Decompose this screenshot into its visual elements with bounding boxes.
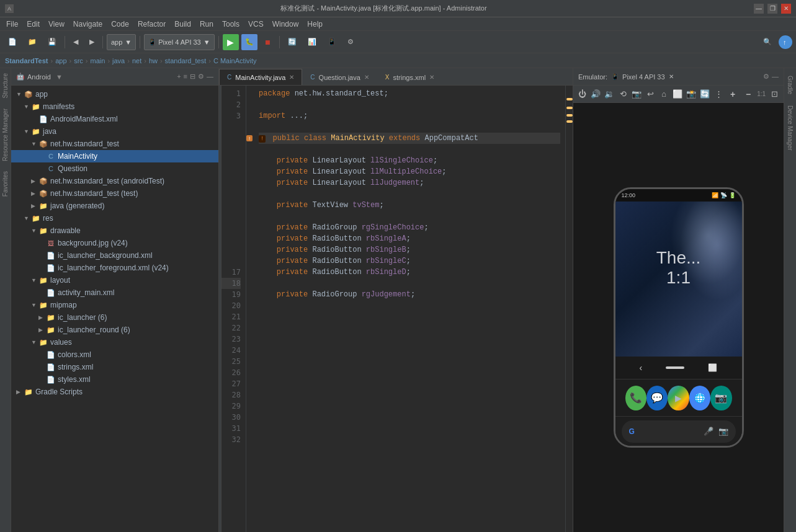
menu-navigate[interactable]: Navigate [69, 19, 106, 30]
tree-item-drawable[interactable]: ▼ 📁 drawable [11, 224, 218, 237]
tree-item-test[interactable]: ▶ 📦 net.hw.standard_test (test) [11, 187, 218, 200]
device-selector[interactable]: 📱 Pixel 4 API 33 ▼ [144, 34, 214, 50]
emu-home-btn[interactable]: ⌂ [658, 87, 670, 101]
open-button[interactable]: 📁 [24, 34, 41, 50]
tree-item-androidmanifest[interactable]: 📄 AndroidManifest.xml [11, 113, 218, 125]
avd-button[interactable]: 📱 [323, 34, 341, 50]
tree-item-gradle-scripts[interactable]: ▶ 📁 Gradle Scripts [11, 386, 218, 398]
close-button[interactable]: ✕ [781, 4, 791, 14]
search-button[interactable]: 🔍 [759, 34, 776, 50]
emu-screenshot-btn[interactable]: 📷 [630, 87, 643, 101]
tree-item-package-main[interactable]: ▼ 📦 net.hw.standard_test [11, 138, 218, 150]
emulator-device-name[interactable]: Pixel 4 API 33 [622, 73, 665, 81]
maximize-button[interactable]: ❐ [767, 4, 777, 14]
profiler-button[interactable]: 📊 [303, 34, 321, 50]
menu-tools[interactable]: Tools [218, 19, 243, 30]
panel-icon-filter[interactable]: ⊟ [190, 73, 195, 81]
tree-item-ic-launcher-background[interactable]: 📄 ic_launcher_background.xml [11, 249, 218, 262]
android-dropdown-icon[interactable]: ▼ [56, 73, 63, 81]
close-mainactivity-tab[interactable]: ✕ [289, 74, 294, 81]
lens-icon[interactable]: 📷 [718, 427, 728, 436]
tree-item-manifests[interactable]: ▼ 📁 manifests [11, 100, 218, 113]
menu-run[interactable]: Run [196, 19, 217, 30]
menu-view[interactable]: View [45, 19, 68, 30]
back-button[interactable]: ◀ [69, 34, 83, 50]
breadcrumb-app[interactable]: app [55, 57, 66, 64]
panel-settings-icon[interactable]: ⚙ [198, 73, 204, 81]
tree-item-background-jpg[interactable]: 🖼 background.jpg (v24) [11, 237, 218, 249]
emu-zoom-out-btn[interactable]: − [741, 87, 755, 101]
breadcrumb-java[interactable]: java [112, 57, 125, 64]
emu-power-btn[interactable]: ⏻ [576, 87, 588, 101]
emu-vol-down-btn[interactable]: 🔉 [603, 87, 615, 101]
tab-question[interactable]: C Question.java ✕ [302, 69, 377, 85]
emulator-screen[interactable]: 12:00 📶 📡 🔋 The... 1:1 [573, 103, 784, 532]
run-button[interactable]: ▶ [223, 34, 239, 50]
panel-icon-plus[interactable]: + [177, 73, 181, 81]
close-strings-tab[interactable]: ✕ [429, 74, 434, 81]
tree-item-ic-launcher[interactable]: ▶ 📁 ic_launcher (6) [11, 311, 218, 324]
tree-item-mainactivity[interactable]: C MainActivity [11, 150, 218, 162]
breadcrumb-hw[interactable]: hw [149, 57, 158, 64]
new-file-button[interactable]: 📄 [4, 34, 21, 50]
tree-item-app[interactable]: ▼ 📦 app [11, 88, 218, 100]
tree-item-styles-xml[interactable]: 📄 styles.xml [11, 373, 218, 386]
app-selector[interactable]: app ▼ [107, 34, 136, 50]
tree-item-layout[interactable]: ▼ 📁 layout [11, 274, 218, 286]
emu-more-btn[interactable]: ⋮ [712, 87, 725, 101]
nav-back-icon[interactable]: ‹ [640, 363, 643, 373]
tree-item-values[interactable]: ▼ 📁 values [11, 336, 218, 348]
dock-phone-icon[interactable]: 📞 [625, 386, 646, 410]
dock-camera-icon[interactable]: 📷 [710, 386, 731, 410]
emu-camera-btn[interactable]: 📸 [685, 87, 697, 101]
menu-file[interactable]: File [2, 19, 22, 30]
structure-tab[interactable]: Structure [0, 68, 11, 104]
sync-button[interactable]: 🔄 [284, 34, 301, 50]
tree-item-question[interactable]: C Question [11, 162, 218, 175]
breadcrumb-mainactivity[interactable]: C MainActivity [213, 57, 257, 64]
tree-item-java-generated[interactable]: ▶ 📁 java (generated) [11, 200, 218, 212]
tab-strings-xml[interactable]: X strings.xml ✕ [377, 69, 442, 85]
tree-item-java[interactable]: ▼ 📁 java [11, 125, 218, 138]
menu-vcs[interactable]: VCS [244, 19, 267, 30]
emu-refresh-btn[interactable]: 🔄 [699, 87, 711, 101]
tab-mainactivity[interactable]: C MainActivity.java ✕ [219, 69, 302, 85]
favorites-tab[interactable]: Favorites [0, 166, 11, 202]
dock-chrome-icon[interactable]: 🌐 [689, 386, 710, 410]
resource-manager-tab[interactable]: Resource Manager [0, 104, 11, 166]
emu-zoom-in-btn[interactable]: + [726, 87, 740, 101]
tree-item-androidtest[interactable]: ▶ 📦 net.hw.standard_test (androidTest) [11, 175, 218, 187]
menu-code[interactable]: Code [107, 19, 133, 30]
nav-home-indicator[interactable] [666, 366, 684, 369]
emulator-settings-icon[interactable]: ⚙ [763, 73, 769, 81]
code-content[interactable]: package net.hw.standard_test; import ...… [254, 86, 565, 532]
breadcrumb-src[interactable]: src [74, 57, 83, 64]
tree-item-colors-xml[interactable]: 📄 colors.xml [11, 348, 218, 361]
debug-button[interactable]: 🐛 [241, 34, 257, 50]
save-button[interactable]: 💾 [43, 34, 61, 50]
emu-vol-up-btn[interactable]: 🔊 [589, 87, 602, 101]
panel-minimize-icon[interactable]: — [207, 73, 213, 81]
breadcrumb-standard-test[interactable]: standard_test [165, 57, 207, 64]
menu-help[interactable]: Help [303, 19, 326, 30]
emu-rotate-btn[interactable]: ⟲ [617, 87, 629, 101]
emu-back-btn[interactable]: ↩ [644, 87, 656, 101]
breadcrumb-net[interactable]: net [132, 57, 141, 64]
device-manager-tab[interactable]: Device Manager [785, 100, 795, 156]
nav-square-icon[interactable]: ⬜ [708, 363, 717, 372]
emu-recent-btn[interactable]: ⬜ [671, 87, 684, 101]
emulator-close-icon[interactable]: ✕ [669, 73, 674, 80]
menu-refactor[interactable]: Refactor [134, 19, 169, 30]
minimize-button[interactable]: — [754, 4, 764, 14]
sdk-button[interactable]: ⚙ [343, 34, 358, 50]
tree-item-ic-launcher-foreground[interactable]: 📄 ic_launcher_foreground.xml (v24) [11, 262, 218, 274]
tree-item-ic-launcher-round[interactable]: ▶ 📁 ic_launcher_round (6) [11, 324, 218, 336]
emu-fit-btn[interactable]: ⊡ [767, 87, 781, 101]
menu-window[interactable]: Window [269, 19, 303, 30]
tree-item-strings-xml[interactable]: 📄 strings.xml [11, 361, 218, 373]
tree-item-mipmap[interactable]: ▼ 📁 mipmap [11, 299, 218, 311]
breadcrumb-main[interactable]: main [91, 57, 105, 64]
dock-messages-icon[interactable]: 💬 [646, 386, 668, 410]
breadcrumb-standardtest[interactable]: StandardTest [5, 57, 48, 64]
forward-button[interactable]: ▶ [85, 34, 99, 50]
